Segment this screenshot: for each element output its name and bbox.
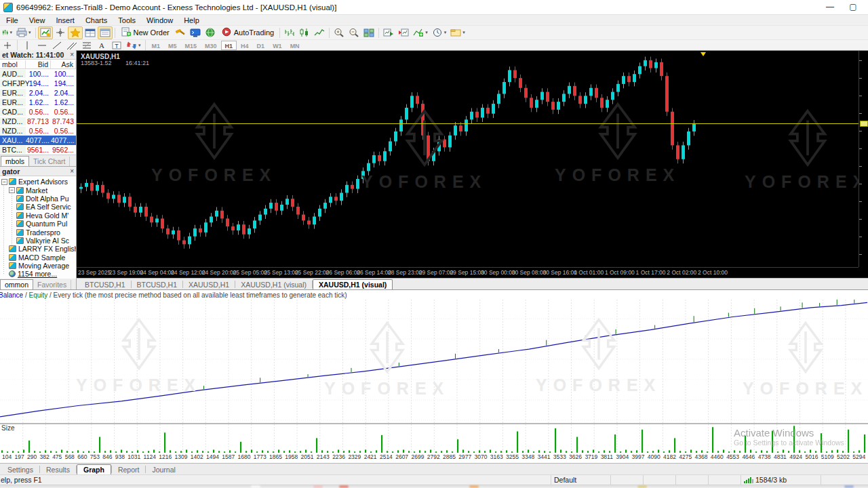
trade-size-graph[interactable]: [0, 424, 868, 453]
tester-tab-report[interactable]: Report: [112, 465, 146, 474]
periods-dropdown[interactable]: [430, 26, 449, 39]
column-ask[interactable]: Ask: [51, 60, 76, 68]
new-chart-button[interactable]: [38, 26, 53, 39]
tester-tab-settings[interactable]: Settings: [1, 465, 39, 474]
menu-tools[interactable]: Tools: [113, 16, 141, 24]
market-watch-row[interactable]: EUR...1.62...1.62...: [0, 98, 76, 107]
chart-tab[interactable]: XAUUSD,H1 (visual): [235, 280, 312, 289]
chart-tab[interactable]: XAUUSD,H1: [183, 280, 235, 289]
indicators-dropdown[interactable]: [411, 26, 430, 39]
menu-charts[interactable]: Charts: [80, 16, 113, 24]
trade-number-label: 3255: [506, 453, 519, 462]
market-watch-button[interactable]: [83, 26, 98, 39]
chart-tab[interactable]: XAUUSD,H1 (visual): [313, 279, 393, 289]
timeframe-w1[interactable]: W1: [269, 41, 286, 50]
cell: 9561...: [26, 146, 51, 154]
navigator-item[interactable]: MACD Sample: [0, 253, 76, 262]
market-watch-row[interactable]: AUD...100....100....: [0, 69, 76, 79]
chart-type-dropdown[interactable]: [0, 26, 14, 39]
market-watch-row[interactable]: CHFJPY194....194....: [0, 79, 76, 88]
autotrading-button[interactable]: AutoTrading: [218, 26, 278, 39]
market-watch-row[interactable]: XAU...4077....4077....: [0, 136, 76, 145]
legend-separator: /: [23, 291, 28, 299]
market-watch-row[interactable]: NZD...87.71387.743: [0, 117, 76, 126]
chart-info-line: 13583-1.52 16:41:21: [81, 60, 161, 66]
menu-insert[interactable]: Insert: [50, 16, 80, 24]
navigator-item-label: 1154 more...: [18, 270, 57, 278]
trade-number-label: 4090: [648, 453, 660, 462]
navigator-item[interactable]: Moving Average: [0, 262, 76, 270]
chart-window[interactable]: YOFOREX YOFOREX YOFOREX YOFOREX XAUUSD,H…: [77, 50, 868, 278]
collapse-icon[interactable]: −: [9, 187, 15, 193]
price-axis[interactable]: [859, 51, 868, 267]
close-icon[interactable]: ×: [70, 51, 74, 58]
maximize-button[interactable]: ▢: [842, 0, 865, 15]
timeframe-m5[interactable]: M5: [164, 41, 181, 50]
templates-dropdown[interactable]: [448, 26, 467, 39]
trade-number-label: 1865: [269, 453, 282, 462]
market-watch-row[interactable]: BTC...9561...9562...: [0, 145, 76, 155]
chart-shift-button[interactable]: [396, 26, 411, 39]
cell: AUD...: [0, 70, 26, 78]
balance-graph[interactable]: [0, 300, 868, 423]
data-window-button[interactable]: [98, 26, 113, 39]
timeframe-d1[interactable]: D1: [253, 41, 269, 50]
trade-number-label: 753: [90, 453, 100, 462]
favorites-button[interactable]: [68, 26, 83, 39]
cell: 0.56...: [26, 127, 51, 135]
menu-file[interactable]: File: [1, 16, 24, 24]
navigator-item[interactable]: 1154 more...: [0, 270, 76, 278]
market-watch-row[interactable]: NZD...0.56...0.56...: [0, 126, 76, 136]
crosshair-button[interactable]: [53, 26, 68, 39]
collapse-icon[interactable]: −: [1, 179, 7, 185]
new-order-button[interactable]: New Order: [117, 26, 173, 39]
terminal-button[interactable]: [188, 26, 203, 39]
timeframe-mn[interactable]: MN: [286, 41, 304, 50]
cell: 0.56...: [26, 108, 51, 116]
column-symbol[interactable]: mbol: [0, 60, 26, 68]
timeframe-m1[interactable]: M1: [148, 41, 165, 50]
mql5-community-button[interactable]: [203, 26, 218, 39]
close-icon[interactable]: ×: [70, 167, 74, 175]
print-dropdown[interactable]: [14, 26, 33, 39]
market-watch-panel: et Watch: 11:41:00 × mbol Bid Ask AUD...…: [0, 50, 76, 166]
timeframe-m15[interactable]: M15: [181, 41, 201, 50]
line-chart-button[interactable]: [312, 26, 327, 39]
candlestick-button[interactable]: [297, 26, 312, 39]
timeframe-h4[interactable]: H4: [237, 41, 253, 50]
tab-favorites[interactable]: Favorites: [33, 280, 71, 289]
timeframe-h1[interactable]: H1: [221, 41, 237, 50]
chart-tab[interactable]: BTCUSD,H1: [132, 280, 183, 289]
auto-scroll-button[interactable]: [381, 26, 396, 39]
tester-tab-journal[interactable]: Journal: [146, 465, 181, 474]
status-profile[interactable]: Default: [551, 475, 610, 485]
zoom-in-button[interactable]: [332, 26, 347, 39]
market-watch-row[interactable]: CAD...0.56...0.56...: [0, 107, 76, 117]
navigator-item[interactable]: LARRY FX English: [0, 245, 76, 253]
candlestick-chart[interactable]: [77, 51, 858, 267]
navigator-item[interactable]: −Expert Advisors: [0, 178, 76, 186]
navigator-item[interactable]: −Market: [0, 186, 76, 194]
tab-tick-chart[interactable]: Tick Chart: [29, 157, 70, 166]
market-watch-row[interactable]: EUR...2.04...2.04...: [0, 88, 76, 98]
minimize-button[interactable]: —: [818, 0, 842, 15]
trade-number-label: 3070: [475, 453, 488, 462]
tab-symbols[interactable]: mbols: [1, 156, 29, 166]
menu-view[interactable]: View: [24, 16, 51, 24]
timeframe-m30[interactable]: M30: [201, 41, 221, 50]
column-bid[interactable]: Bid: [26, 60, 51, 68]
menu-help[interactable]: Help: [178, 16, 205, 24]
chart-tab[interactable]: BTCUSD,H1: [79, 280, 131, 289]
bar-chart-button[interactable]: [282, 26, 297, 39]
tester-tab-results[interactable]: Results: [40, 465, 76, 474]
expert-advisor-icon: [16, 212, 24, 219]
menu-window[interactable]: Window: [141, 16, 178, 24]
zoom-out-button[interactable]: [347, 26, 361, 39]
time-axis[interactable]: 23 Sep 202523 Sep 19:0024 Sep 04:0024 Se…: [77, 267, 859, 278]
tester-tab-graph[interactable]: Graph: [77, 464, 111, 474]
tile-windows-button[interactable]: [361, 26, 376, 39]
metaeditor-button[interactable]: [173, 26, 188, 39]
tab-common[interactable]: ommon: [0, 279, 33, 289]
cell: 100....: [26, 70, 51, 78]
trade-number-label: 104: [2, 453, 12, 462]
